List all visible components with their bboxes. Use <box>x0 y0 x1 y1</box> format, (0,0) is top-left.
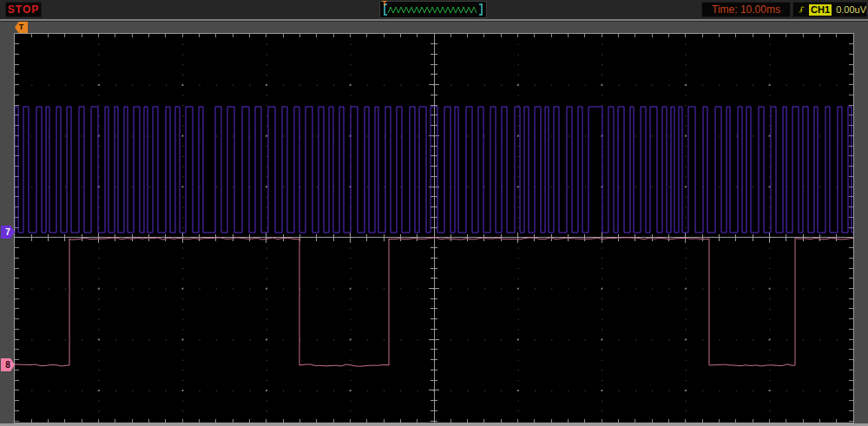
trigger-source-badge[interactable]: CH1 <box>809 4 832 16</box>
ch8-level-marker[interactable]: 8 <box>1 358 15 371</box>
toolbar: STOP T Time: 10.00ms CH1 0.00uV <box>0 0 868 19</box>
trigger-edge-icon <box>799 3 805 16</box>
trigger-position-marker[interactable]: T <box>15 22 28 33</box>
horizontal-preview[interactable]: T <box>379 1 487 18</box>
run-status-button[interactable]: STOP <box>5 2 42 17</box>
oscilloscope-window: STOP T Time: 10.00ms CH1 0.00uV T 7 8 <box>0 0 868 426</box>
preview-trigger-marker: T <box>382 0 387 8</box>
waveform-grid-svg <box>15 34 853 423</box>
trigger-info: CH1 0.00uV <box>792 2 867 17</box>
waveform-display[interactable] <box>14 33 854 423</box>
timebase-display: Time: 10.00ms <box>701 2 791 17</box>
toolbar-divider <box>0 19 868 22</box>
trigger-level-value: 0.00uV <box>836 4 866 15</box>
right-bracket-icon <box>479 4 482 15</box>
ch7-level-marker[interactable]: 7 <box>1 226 15 239</box>
waveform-thumbnail-icon <box>380 2 486 17</box>
